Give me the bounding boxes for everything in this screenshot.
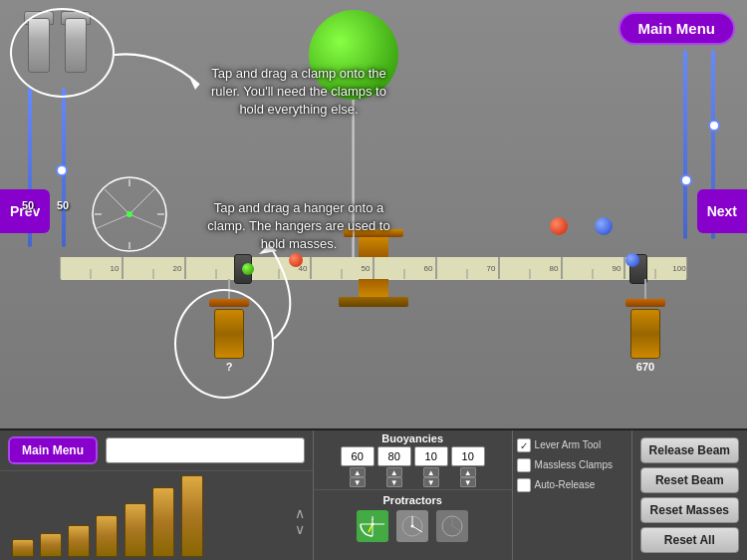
protractor-icon-2 bbox=[398, 512, 426, 540]
protractor-icon-3 bbox=[438, 512, 466, 540]
red-dot bbox=[289, 253, 303, 267]
mass-bar-500g bbox=[152, 487, 174, 557]
prev-button[interactable]: Prev bbox=[0, 189, 50, 233]
clamp-item-1[interactable] bbox=[28, 18, 50, 73]
buoyancy-field-4: ▲ ▼ bbox=[451, 446, 485, 487]
label-50-left: 50 bbox=[22, 199, 34, 211]
checkbox-lever-arm-box[interactable]: ✓ bbox=[517, 438, 531, 452]
bottom-main-menu-button[interactable]: Main Menu bbox=[8, 436, 98, 464]
release-beam-button[interactable]: Release Beam bbox=[640, 437, 739, 463]
checkbox-lever-arm-label: Lever Arm Tool bbox=[535, 439, 602, 451]
clamp-body-2 bbox=[65, 18, 87, 73]
hanger-bar-right bbox=[625, 299, 665, 307]
hanger-label-question: ? bbox=[226, 361, 233, 373]
checkbox-auto-label: Auto-Release bbox=[535, 479, 596, 491]
protractor-item-1[interactable]: ✓ bbox=[357, 510, 388, 542]
svg-line-6 bbox=[129, 189, 154, 214]
mass-group-50g[interactable]: 50 g bbox=[68, 525, 90, 560]
svg-line-5 bbox=[105, 189, 129, 214]
mass-bar-1kg bbox=[181, 475, 203, 557]
mass-bar-50g bbox=[68, 525, 90, 557]
buoyancy-down-2[interactable]: ▼ bbox=[386, 477, 402, 487]
instruction-clamp: Tap and drag a clamp onto the ruler. You… bbox=[199, 65, 398, 120]
buoyancy-input-1[interactable] bbox=[341, 446, 374, 466]
checkbox-lever-arm[interactable]: ✓ Lever Arm Tool bbox=[517, 438, 627, 452]
mass-bar-100g bbox=[96, 515, 118, 557]
mass-group-200g[interactable]: 200 g bbox=[124, 503, 147, 560]
checkbox-massless-clamps[interactable]: Massless Clamps bbox=[517, 458, 627, 472]
mass-down-arrow[interactable]: ∨ bbox=[295, 522, 305, 536]
blue-ball-icon[interactable] bbox=[595, 217, 613, 235]
hanger-body-left bbox=[214, 309, 244, 359]
red-ball-icon[interactable] bbox=[550, 217, 568, 235]
pivot-dot bbox=[242, 263, 254, 275]
mass-hanger-left[interactable]: ? bbox=[209, 279, 249, 373]
buoyancy-input-3[interactable] bbox=[414, 446, 448, 466]
main-menu-button[interactable]: Main Menu bbox=[619, 12, 736, 45]
svg-point-58 bbox=[411, 525, 414, 528]
reset-masses-button[interactable]: Reset Masses bbox=[640, 497, 739, 523]
protractor-item-3[interactable] bbox=[436, 510, 468, 542]
protractors-label: Protractors bbox=[383, 494, 442, 506]
buoyancy-up-1[interactable]: ▲ bbox=[350, 467, 366, 477]
checkbox-auto-release[interactable]: Auto-Release bbox=[517, 478, 627, 492]
stand-base bbox=[339, 297, 408, 307]
mass-bar-10g bbox=[12, 539, 34, 557]
buoyancy-down-4[interactable]: ▼ bbox=[460, 477, 476, 487]
hanger-bar-left bbox=[209, 299, 249, 307]
buoyancy-input-2[interactable] bbox=[377, 446, 411, 466]
mass-input-display bbox=[106, 437, 305, 463]
clamp-item-2[interactable] bbox=[65, 18, 87, 73]
label-50-right: 50 bbox=[57, 199, 69, 211]
reset-all-button[interactable]: Reset All bbox=[640, 527, 739, 553]
protractors-section: Protractors ✓ bbox=[314, 490, 512, 560]
simulation-area: Main Menu Prev Next 50 50 bbox=[0, 0, 747, 428]
action-buttons-section: Release Beam Reset Beam Reset Masses Res… bbox=[632, 430, 747, 560]
buoyancies-section: Buoyancies ▲ ▼ ▲ ▼ bbox=[314, 430, 512, 490]
mass-hanger-right[interactable]: 670 bbox=[625, 279, 665, 373]
protractor-svg bbox=[90, 174, 169, 254]
buoyancy-inputs: ▲ ▼ ▲ ▼ ▲ ▼ bbox=[318, 446, 508, 487]
instruction-hanger: Tap and drag a hanger onto a clamp. The … bbox=[199, 199, 398, 254]
protractor-item-2[interactable] bbox=[396, 510, 428, 542]
hanger-string-right bbox=[644, 279, 646, 299]
bottom-middle-section: Buoyancies ▲ ▼ ▲ ▼ bbox=[314, 430, 513, 560]
mass-arrows: ∧ ∨ bbox=[295, 506, 305, 536]
buoyancies-label: Buoyancies bbox=[318, 432, 508, 444]
buoyancy-field-3: ▲ ▼ bbox=[414, 446, 448, 487]
buoyancy-down-3[interactable]: ▼ bbox=[423, 477, 439, 487]
mass-bar-200g bbox=[124, 503, 146, 557]
checkbox-auto-box[interactable] bbox=[517, 478, 531, 492]
mass-group-1kg[interactable]: 1? bbox=[181, 475, 203, 560]
left-slider-handle-2[interactable] bbox=[56, 164, 68, 176]
checkbox-massless-box[interactable] bbox=[517, 458, 531, 472]
buoyancy-input-4[interactable] bbox=[451, 446, 485, 466]
svg-line-8 bbox=[129, 214, 164, 229]
svg-marker-47 bbox=[189, 77, 199, 90]
buoyancy-up-2[interactable]: ▲ bbox=[386, 467, 402, 477]
clamp-body-1 bbox=[28, 18, 50, 73]
mass-bar-20g bbox=[40, 533, 62, 557]
buoyancy-up-3[interactable]: ▲ bbox=[423, 467, 439, 477]
protractor-items: ✓ bbox=[357, 510, 468, 542]
buoyancy-arrows-2: ▲ ▼ bbox=[386, 467, 402, 487]
mass-group-100g[interactable]: 100 g bbox=[96, 515, 119, 560]
right-slider-handle[interactable] bbox=[708, 120, 720, 132]
svg-text:✓: ✓ bbox=[371, 516, 374, 522]
svg-line-7 bbox=[95, 214, 129, 229]
buoyancy-down-1[interactable]: ▼ bbox=[350, 477, 366, 487]
next-button[interactable]: Next bbox=[697, 189, 747, 233]
mass-group-10g[interactable]: 10 g bbox=[12, 539, 34, 560]
right-slider-handle-2[interactable] bbox=[680, 174, 692, 186]
mass-group-20g[interactable]: 20 g bbox=[40, 533, 62, 560]
mass-up-arrow[interactable]: ∧ bbox=[295, 506, 305, 520]
mass-bars-area: 10 g 20 g 50 g 100 g 200 g 500 g bbox=[0, 471, 313, 560]
buoyancy-up-4[interactable]: ▲ bbox=[460, 467, 476, 477]
mass-group-500g[interactable]: 500 g bbox=[152, 487, 175, 560]
bottom-left-section: Main Menu 10 g 20 g 50 g 100 g bbox=[0, 430, 314, 560]
right-slider-track-2 bbox=[683, 50, 687, 239]
blue-dot bbox=[625, 253, 639, 267]
reset-beam-button[interactable]: Reset Beam bbox=[640, 467, 739, 493]
bottom-left-top: Main Menu bbox=[0, 430, 313, 471]
checkbox-section: ✓ Lever Arm Tool Massless Clamps Auto-Re… bbox=[513, 430, 632, 560]
